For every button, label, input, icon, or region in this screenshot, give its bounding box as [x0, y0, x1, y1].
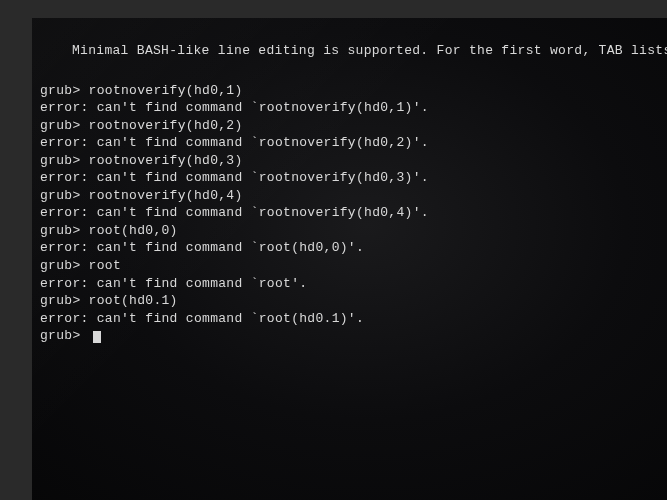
command-text: rootnoverify(hd0,2) — [89, 118, 243, 133]
grub-header-hint: Minimal BASH-like line editing is suppor… — [40, 42, 667, 60]
grub-prompt: grub> — [40, 83, 89, 98]
grub-current-input[interactable]: grub> — [40, 327, 667, 345]
command-line: grub> rootnoverify(hd0,3) — [40, 152, 667, 170]
command-text: rootnoverify(hd0,1) — [89, 83, 243, 98]
grub-prompt: grub> — [40, 118, 89, 133]
command-text: rootnoverify(hd0,3) — [89, 153, 243, 168]
command-line: grub> root(hd0,0) — [40, 222, 667, 240]
command-text: rootnoverify(hd0,4) — [89, 188, 243, 203]
grub-prompt: grub> — [40, 188, 89, 203]
grub-prompt: grub> — [40, 153, 89, 168]
error-line: error: can't find command `root(hd0,0)'. — [40, 239, 667, 257]
error-line: error: can't find command `rootnoverify(… — [40, 169, 667, 187]
command-line: grub> root — [40, 257, 667, 275]
error-line: error: can't find command `root'. — [40, 275, 667, 293]
command-text: root — [89, 258, 121, 273]
grub-prompt: grub> — [40, 327, 89, 345]
terminal-output: grub> rootnoverify(hd0,1) error: can't f… — [40, 82, 667, 345]
command-line: grub> rootnoverify(hd0,4) — [40, 187, 667, 205]
error-line: error: can't find command `rootnoverify(… — [40, 204, 667, 222]
command-text: root(hd0.1) — [89, 293, 178, 308]
grub-prompt: grub> — [40, 258, 89, 273]
grub-prompt: grub> — [40, 293, 89, 308]
error-line: error: can't find command `rootnoverify(… — [40, 99, 667, 117]
error-line: error: can't find command `rootnoverify(… — [40, 134, 667, 152]
command-line: grub> rootnoverify(hd0,2) — [40, 117, 667, 135]
command-text: root(hd0,0) — [89, 223, 178, 238]
command-line: grub> root(hd0.1) — [40, 292, 667, 310]
cursor-icon — [93, 331, 101, 343]
error-line: error: can't find command `root(hd0.1)'. — [40, 310, 667, 328]
grub-prompt: grub> — [40, 223, 89, 238]
command-line: grub> rootnoverify(hd0,1) — [40, 82, 667, 100]
